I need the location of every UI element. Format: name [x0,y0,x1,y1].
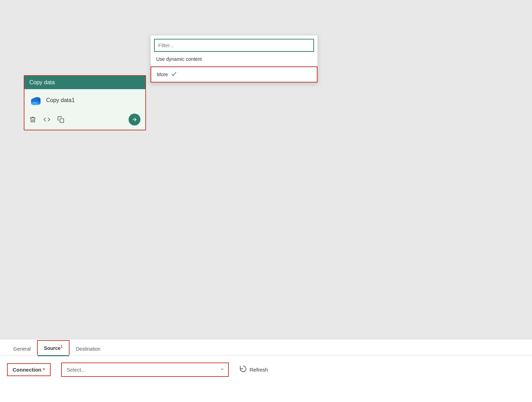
tab-general[interactable]: General [7,343,37,355]
database-icon [29,94,42,107]
more-label: More [157,72,168,77]
tab-general-label: General [13,346,31,352]
dropdown-panel: ▲ ▼ Use dynamic content More [150,35,318,83]
filter-input[interactable] [154,39,314,52]
connection-text: Connection [13,367,42,373]
code-icon[interactable] [43,116,50,123]
refresh-icon [239,365,247,374]
tab-destination[interactable]: Destination [70,343,107,355]
filter-input-wrapper [151,35,318,52]
connection-label: Connection * [7,363,51,376]
copy-data-body: Copy data1 [24,89,145,112]
tabs-bar: General Source1 Destination [0,339,532,356]
svg-rect-6 [60,119,64,123]
copy-data-card: Copy data Copy data1 [24,75,146,130]
tab-source-label: Source [44,345,60,351]
dynamic-content-row[interactable]: Use dynamic content [151,52,318,66]
copy-data-header: Copy data [24,76,145,89]
refresh-label: Refresh [250,367,268,373]
tab-destination-label: Destination [76,346,100,352]
canvas-area: Copy data Copy data1 [0,0,532,339]
refresh-button[interactable]: Refresh [239,365,268,374]
more-arrow-icon [171,71,177,78]
svg-point-5 [31,102,38,105]
dropdown-footer: Use dynamic content More [151,52,318,82]
tab-source[interactable]: Source1 [37,340,70,355]
tab-source-badge: 1 [60,344,63,349]
connection-select-wrapper: Select... [61,362,229,377]
more-row[interactable]: More [151,66,318,82]
bottom-panel: General Source1 Destination Connection *… [0,339,532,402]
delete-icon[interactable] [29,116,36,123]
required-star: * [43,367,45,373]
copy-data-title: Copy data [29,79,55,85]
tab-content: Connection * Select... Refresh [0,356,532,384]
connection-select[interactable]: Select... [61,362,229,377]
navigate-arrow-icon[interactable] [129,114,140,125]
copy-data-actions [24,112,145,130]
copy-icon[interactable] [57,116,64,123]
dynamic-content-label: Use dynamic content [156,56,202,62]
copy-data-item-name: Copy data1 [46,97,75,103]
